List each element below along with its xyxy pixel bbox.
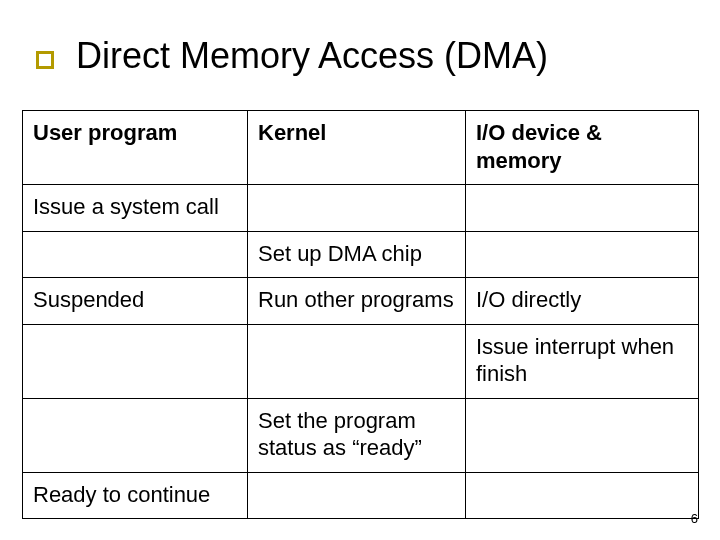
header-kernel: Kernel (248, 111, 466, 185)
cell: I/O directly (466, 278, 699, 325)
table-header-row: User program Kernel I/O device & memory (23, 111, 699, 185)
cell (248, 185, 466, 232)
table-row: Issue interrupt when finish (23, 324, 699, 398)
title-row: Direct Memory Access (DMA) (36, 26, 696, 86)
dma-table: User program Kernel I/O device & memory … (22, 110, 699, 519)
cell: Suspended (23, 278, 248, 325)
cell: Set up DMA chip (248, 231, 466, 278)
cell (466, 185, 699, 232)
cell (23, 398, 248, 472)
page-number: 6 (691, 511, 698, 526)
cell (466, 398, 699, 472)
cell (23, 231, 248, 278)
table-row: Ready to continue (23, 472, 699, 519)
cell (248, 472, 466, 519)
cell: Issue interrupt when finish (466, 324, 699, 398)
slide: { "title": "Direct Memory Access (DMA)",… (0, 0, 720, 540)
cell: Run other programs (248, 278, 466, 325)
table-row: Issue a system call (23, 185, 699, 232)
cell (23, 324, 248, 398)
cell: Ready to continue (23, 472, 248, 519)
table-row: Suspended Run other programs I/O directl… (23, 278, 699, 325)
header-user-program: User program (23, 111, 248, 185)
cell (466, 231, 699, 278)
header-io-device: I/O device & memory (466, 111, 699, 185)
title-bullet-icon (36, 51, 54, 69)
table-row: Set up DMA chip (23, 231, 699, 278)
cell (248, 324, 466, 398)
cell: Issue a system call (23, 185, 248, 232)
cell: Set the program status as “ready” (248, 398, 466, 472)
slide-title: Direct Memory Access (DMA) (76, 35, 548, 77)
table-row: Set the program status as “ready” (23, 398, 699, 472)
cell (466, 472, 699, 519)
